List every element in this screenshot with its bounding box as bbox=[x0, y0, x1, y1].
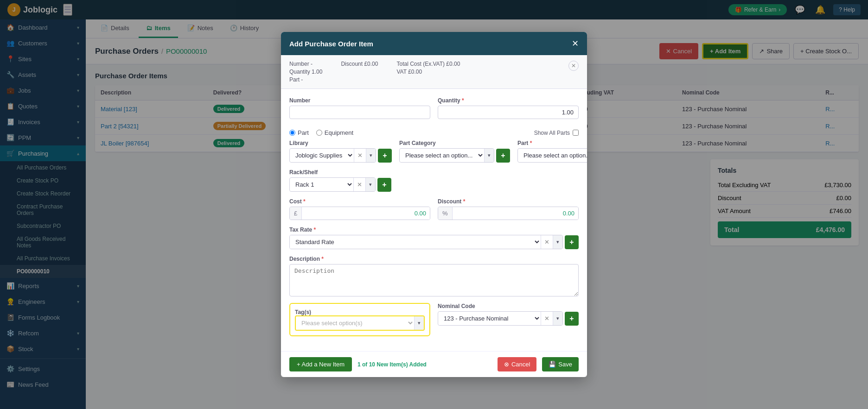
modal-title: Add Purchase Order Item bbox=[289, 40, 373, 48]
form-group-nominal-code: Nominal Code 123 - Purchase Nominal ✕ ▾ … bbox=[438, 303, 579, 336]
part-radio-option[interactable]: Part bbox=[289, 129, 309, 136]
summary-vat-label: VAT £0.00 bbox=[396, 69, 460, 75]
summary-dismiss-button[interactable]: ✕ bbox=[568, 61, 579, 71]
part-equipment-radio-group: Part Equipment Show All Parts bbox=[289, 126, 579, 140]
rack-shelf-select[interactable]: Rack 1 bbox=[290, 178, 353, 191]
form-group-part-category: Part Category Please select an option...… bbox=[399, 140, 510, 163]
form-group-tax-rate: Tax Rate * Standard Rate ✕ ▾ + bbox=[289, 227, 579, 249]
form-group-part: Part * Please select an option... ▾ + bbox=[517, 140, 587, 163]
rack-shelf-dropdown-button[interactable]: ▾ bbox=[365, 178, 375, 191]
add-new-item-button[interactable]: + Add a New Item bbox=[289, 357, 352, 371]
part-radio-input[interactable] bbox=[289, 130, 295, 136]
quantity-label: Quantity * bbox=[438, 97, 579, 104]
rack-shelf-clear-button[interactable]: ✕ bbox=[353, 178, 365, 191]
cost-input-group: £ bbox=[289, 207, 430, 220]
tax-rate-select[interactable]: Standard Rate bbox=[290, 235, 541, 249]
library-dropdown-button[interactable]: ▾ bbox=[366, 149, 376, 162]
cost-input[interactable] bbox=[302, 207, 430, 220]
rack-shelf-combo: Rack 1 ✕ ▾ bbox=[289, 177, 376, 192]
modal-cancel-label: Cancel bbox=[511, 361, 530, 368]
modal-footer: + Add a New Item 1 of 10 New Item(s) Add… bbox=[281, 351, 587, 377]
library-select[interactable]: Joblogic Supplies bbox=[290, 149, 354, 162]
part-category-label: Part Category bbox=[399, 140, 510, 146]
form-group-library: Library Joblogic Supplies ✕ ▾ + bbox=[289, 140, 392, 163]
part-label: Part * bbox=[517, 140, 587, 146]
nominal-code-clear-button[interactable]: ✕ bbox=[541, 312, 553, 325]
description-label: Description * bbox=[289, 256, 579, 262]
form-row-tax-rate: Tax Rate * Standard Rate ✕ ▾ + bbox=[289, 227, 579, 249]
form-group-tags: Tag(s) Please select option(s) ▾ bbox=[289, 303, 430, 336]
library-add-button[interactable]: + bbox=[378, 149, 392, 163]
description-textarea[interactable] bbox=[289, 264, 579, 296]
rack-shelf-label: Rack/Shelf bbox=[289, 169, 391, 176]
nominal-code-dropdown-button[interactable]: ▾ bbox=[553, 312, 562, 325]
modal-save-icon: 💾 bbox=[549, 361, 556, 368]
part-category-dropdown-button[interactable]: ▾ bbox=[484, 149, 494, 162]
discount-input-group: % bbox=[438, 207, 579, 220]
nominal-code-combo: 123 - Purchase Nominal ✕ ▾ bbox=[438, 311, 563, 326]
tax-rate-clear-button[interactable]: ✕ bbox=[541, 235, 553, 249]
form-group-number: Number bbox=[289, 97, 430, 119]
part-category-add-button[interactable]: + bbox=[496, 149, 510, 163]
rack-shelf-add-button[interactable]: + bbox=[377, 178, 391, 192]
description-required-marker: * bbox=[321, 256, 324, 262]
tags-select[interactable]: Please select option(s) bbox=[296, 316, 414, 330]
modal-save-button[interactable]: 💾 Save bbox=[542, 357, 579, 371]
tax-rate-required-marker: * bbox=[313, 227, 316, 233]
modal-cancel-icon: ⊗ bbox=[504, 361, 509, 368]
modal-save-label: Save bbox=[558, 361, 572, 368]
number-input[interactable] bbox=[289, 106, 430, 119]
summary-number-label: Number - bbox=[289, 61, 322, 67]
quantity-input[interactable] bbox=[438, 106, 579, 119]
modal-header: Add Purchase Order Item ✕ bbox=[281, 32, 587, 55]
part-required-marker: * bbox=[530, 140, 532, 146]
discount-required-marker: * bbox=[463, 198, 466, 205]
form-group-discount: Discount * % bbox=[438, 198, 579, 220]
rack-shelf-select-group: Rack 1 ✕ ▾ + bbox=[289, 177, 391, 192]
quantity-required-marker: * bbox=[462, 97, 464, 104]
tax-rate-label: Tax Rate * bbox=[289, 227, 579, 233]
form-row-library-category-part: Library Joblogic Supplies ✕ ▾ + Part C bbox=[289, 140, 579, 163]
tax-rate-combo: Standard Rate ✕ ▾ bbox=[289, 235, 563, 249]
form-group-rack-shelf: Rack/Shelf Rack 1 ✕ ▾ + bbox=[289, 169, 391, 192]
modal-close-button[interactable]: ✕ bbox=[572, 38, 579, 49]
form-group-quantity: Quantity * bbox=[438, 97, 579, 119]
form-group-description: Description * bbox=[289, 256, 579, 296]
summary-close-btn[interactable]: ✕ bbox=[568, 61, 579, 83]
nominal-code-select[interactable]: 123 - Purchase Nominal bbox=[438, 312, 541, 325]
discount-input[interactable] bbox=[453, 207, 578, 220]
items-added-info: 1 of 10 New Item(s) Added bbox=[357, 361, 427, 368]
discount-percent-prefix: % bbox=[438, 207, 453, 220]
form-row-cost-discount: Cost * £ Discount * % bbox=[289, 198, 579, 220]
tags-dropdown-button[interactable]: ▾ bbox=[414, 316, 424, 330]
tax-rate-add-button[interactable]: + bbox=[565, 235, 579, 249]
form-row-number-quantity: Number Quantity * bbox=[289, 97, 579, 119]
library-select-group: Joblogic Supplies ✕ ▾ + bbox=[289, 148, 392, 163]
tax-rate-dropdown-button[interactable]: ▾ bbox=[553, 235, 562, 249]
equipment-radio-input[interactable] bbox=[316, 130, 322, 136]
tags-section: Tag(s) Please select option(s) ▾ bbox=[289, 303, 430, 336]
form-row-description: Description * bbox=[289, 256, 579, 296]
cost-label: Cost * bbox=[289, 198, 430, 205]
form-row-rack-shelf: Rack/Shelf Rack 1 ✕ ▾ + bbox=[289, 169, 579, 192]
library-clear-button[interactable]: ✕ bbox=[354, 149, 366, 162]
summary-discount: Discount £0.00 bbox=[341, 61, 378, 83]
modal-summary: Number - Quantity 1.00 Part - Discount £… bbox=[281, 55, 587, 89]
form-row-tags-nominal: Tag(s) Please select option(s) ▾ Nominal… bbox=[289, 303, 579, 336]
part-category-select[interactable]: Please select an option... bbox=[400, 149, 484, 162]
show-all-parts-group: Show All Parts bbox=[534, 130, 579, 136]
nominal-code-label: Nominal Code bbox=[438, 303, 579, 309]
part-select[interactable]: Please select an option... bbox=[518, 149, 587, 162]
tags-combo: Please select option(s) ▾ bbox=[295, 315, 425, 331]
nominal-code-add-button[interactable]: + bbox=[565, 312, 579, 326]
add-purchase-order-item-modal: Add Purchase Order Item ✕ Number - Quant… bbox=[281, 32, 587, 377]
equipment-radio-label: Equipment bbox=[325, 129, 353, 136]
cost-required-marker: * bbox=[303, 198, 306, 205]
part-category-select-group: Please select an option... ▾ + bbox=[399, 148, 510, 163]
add-new-item-label: + Add a New Item bbox=[297, 361, 345, 368]
library-label: Library bbox=[289, 140, 392, 146]
show-all-parts-checkbox[interactable] bbox=[573, 130, 579, 136]
number-label: Number bbox=[289, 97, 430, 104]
equipment-radio-option[interactable]: Equipment bbox=[316, 129, 353, 136]
modal-cancel-button[interactable]: ⊗ Cancel bbox=[498, 357, 536, 371]
